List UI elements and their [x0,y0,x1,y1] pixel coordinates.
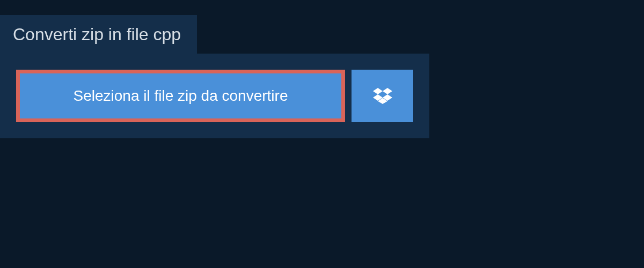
select-file-button[interactable]: Seleziona il file zip da convertire [16,70,345,122]
upload-panel: Seleziona il file zip da convertire [0,54,429,138]
dropbox-button[interactable] [352,70,413,122]
app-container: Converti zip in file cpp Seleziona il fi… [0,0,644,268]
tab-header: Converti zip in file cpp [0,15,197,54]
dropbox-icon [373,86,392,106]
select-file-label: Seleziona il file zip da convertire [74,87,288,105]
page-title: Converti zip in file cpp [13,25,181,44]
